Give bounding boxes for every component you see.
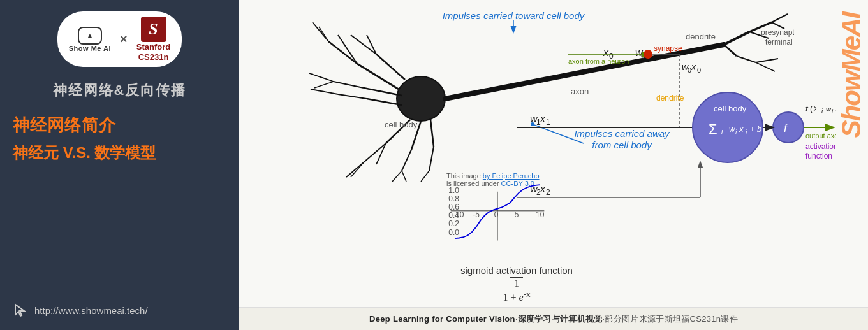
svg-text:activation: activation [805,142,836,151]
website-row: http://www.showmeai.tech/ [13,302,148,319]
svg-text:i: i [832,108,834,115]
stanford-text: Stanford CS231n [136,42,170,62]
svg-text:synapse: synapse [654,44,682,53]
svg-text:i: i [821,108,823,115]
svg-text:0.0: 0.0 [448,228,459,237]
svg-line-31 [421,171,429,182]
svg-text:0: 0 [697,66,701,74]
svg-line-23 [351,162,364,177]
svg-text:w: w [826,105,832,113]
sidebar: Show Me AI × S Stanford CS231n 神经网络&反向传播… [0,0,239,330]
times-symbol: × [120,32,128,47]
logo-area: Show Me AI × S Stanford CS231n [57,11,182,67]
content-area: Impulses carried toward cell body [239,0,868,330]
svg-line-18 [338,94,367,99]
website-url: http://www.showmeai.tech/ [34,305,148,316]
svg-line-29 [430,120,434,147]
svg-text:0.8: 0.8 [448,194,459,203]
footer-text1: Deep Learning for Computer Vision [369,314,515,324]
stanford-s-letter: S [141,17,166,42]
svg-text:0.4: 0.4 [448,211,459,220]
svg-text:Σ: Σ [813,104,818,113]
svg-text:cell body: cell body [385,120,418,129]
svg-text:1: 1 [546,118,550,127]
svg-text:-5: -5 [473,210,480,219]
svg-line-19 [311,89,338,94]
svg-text:cell body: cell body [714,104,747,113]
svg-line-24 [376,143,386,164]
svg-marker-0 [15,305,24,316]
svg-text:Σ: Σ [709,121,717,137]
section-title-1: 神经网络简介 [13,114,226,136]
svg-line-7 [338,35,357,64]
svg-line-10 [376,54,405,80]
svg-text:dendrite: dendrite [656,94,684,103]
svg-line-26 [402,150,411,171]
svg-line-9 [319,27,328,41]
svg-text:axon from a neuron: axon from a neuron [568,57,629,65]
svg-point-94 [773,112,804,143]
svg-point-69 [644,50,652,59]
svg-line-28 [402,171,406,182]
svg-line-6 [328,41,357,64]
svg-line-13 [364,88,402,96]
svg-text:0: 0 [494,210,499,219]
svg-text:x: x [540,113,546,124]
svg-line-22 [346,162,364,177]
stanford-logo: S Stanford CS231n [136,17,170,62]
section-title-2: 神经元 V.S. 数学模型 [13,143,226,163]
svg-text:f: f [805,104,809,113]
svg-line-27 [392,171,402,182]
svg-text:x: x [540,183,546,194]
svg-line-21 [364,143,386,162]
svg-text:2: 2 [546,188,550,197]
svg-text:x: x [691,62,696,72]
svg-text:0.6: 0.6 [448,203,459,212]
showmeai-watermark: ShowMeAI [836,13,867,138]
svg-text:x: x [603,47,609,58]
footer-text3: 部分图片来源于斯坦福CS231n课件 [605,313,737,325]
svg-line-14 [334,82,364,88]
svg-line-15 [309,73,334,82]
svg-text:output axon: output axon [805,132,836,140]
showme-text: Show Me AI [69,45,111,52]
footer: Deep Learning for Computer Vision · 深度学习… [239,307,868,330]
svg-text:+: + [750,124,755,134]
math-model-diagram: w 0 x 0 axon from a neuron synapse w 0 x… [511,0,836,306]
svg-line-16 [314,82,334,88]
svg-text:x: x [739,124,744,134]
svg-line-30 [429,147,434,171]
cursor-icon [13,302,29,319]
subtitle-cn: 神经网络&反向传播 [53,81,187,100]
svg-line-11 [351,35,376,54]
showme-logo: Show Me AI [69,27,111,52]
svg-text:b: b [757,124,761,134]
svg-point-3 [397,76,445,121]
showme-icon [78,27,102,45]
footer-text2: 深度学习与计算机视觉 [518,313,603,325]
svg-text:function: function [805,152,832,161]
svg-text:0.2: 0.2 [448,219,459,228]
